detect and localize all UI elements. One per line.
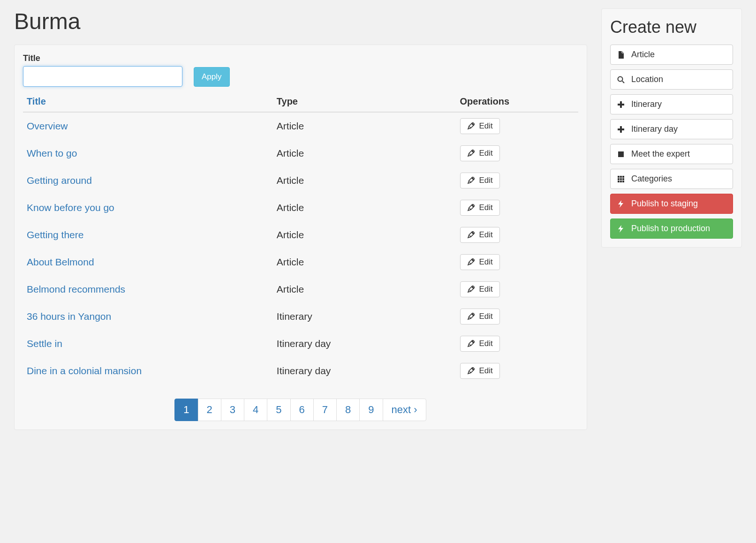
- create-item-label: Itinerary: [631, 99, 662, 109]
- row-type: Itinerary: [273, 303, 456, 330]
- content-panel: Title Apply Title Type Operations Overvi…: [14, 45, 587, 430]
- edit-label: Edit: [479, 257, 493, 267]
- file-icon: [617, 51, 625, 59]
- page-current: 1: [174, 399, 198, 421]
- table-row: Belmond recommendsArticleEdit: [23, 276, 578, 303]
- row-title-link[interactable]: 36 hours in Yangon: [27, 311, 111, 322]
- table-row: Dine in a colonial mansionItinerary dayE…: [23, 357, 578, 385]
- table-row: Know before you goArticleEdit: [23, 194, 578, 221]
- page-link[interactable]: 8: [336, 399, 360, 421]
- edit-button[interactable]: Edit: [460, 227, 500, 243]
- edit-button[interactable]: Edit: [460, 118, 500, 134]
- page-link[interactable]: 6: [290, 399, 314, 421]
- page-link[interactable]: 5: [267, 399, 290, 421]
- create-item-label: Article: [631, 50, 655, 60]
- content-table: Title Type Operations OverviewArticleEdi…: [23, 91, 578, 385]
- create-item-label: Categories: [631, 174, 672, 184]
- row-title-link[interactable]: Getting around: [27, 175, 92, 186]
- pencil-icon: [467, 231, 475, 239]
- col-operations: Operations: [456, 91, 578, 112]
- row-title-link[interactable]: About Belmond: [27, 256, 94, 267]
- page-link[interactable]: 4: [244, 399, 267, 421]
- row-type: Article: [273, 112, 456, 140]
- pencil-icon: [467, 367, 475, 375]
- row-title-link[interactable]: Overview: [27, 121, 68, 131]
- table-row: Getting thereArticleEdit: [23, 221, 578, 249]
- row-type: Itinerary day: [273, 330, 456, 357]
- create-categories-button[interactable]: Categories: [610, 169, 733, 189]
- create-article-button[interactable]: Article: [610, 45, 733, 65]
- row-title-link[interactable]: Settle in: [27, 338, 62, 349]
- pencil-icon: [467, 313, 475, 320]
- grid-icon: [617, 175, 625, 183]
- edit-label: Edit: [479, 312, 493, 321]
- create-meet-the-expert-button[interactable]: Meet the expert: [610, 144, 733, 164]
- create-new-title: Create new: [610, 17, 733, 37]
- row-type: Article: [273, 167, 456, 194]
- row-type: Article: [273, 140, 456, 167]
- plus-icon: [617, 101, 625, 108]
- page-next[interactable]: next ›: [383, 399, 426, 421]
- col-type: Type: [273, 91, 456, 112]
- edit-button[interactable]: Edit: [460, 254, 500, 270]
- edit-label: Edit: [479, 149, 493, 158]
- table-row: Settle inItinerary dayEdit: [23, 330, 578, 357]
- create-item-label: Location: [631, 75, 663, 84]
- pencil-icon: [467, 177, 475, 184]
- edit-label: Edit: [479, 176, 493, 185]
- book-icon: [617, 151, 625, 158]
- edit-label: Edit: [479, 339, 493, 348]
- edit-button[interactable]: Edit: [460, 309, 500, 324]
- edit-button[interactable]: Edit: [460, 173, 500, 189]
- row-type: Itinerary day: [273, 357, 456, 385]
- edit-button[interactable]: Edit: [460, 200, 500, 216]
- pencil-icon: [467, 122, 475, 130]
- row-title-link[interactable]: When to go: [27, 148, 77, 158]
- row-title-link[interactable]: Know before you go: [27, 202, 114, 213]
- pencil-icon: [467, 150, 475, 157]
- create-item-label: Meet the expert: [631, 149, 690, 159]
- publish-staging-button[interactable]: Publish to staging: [610, 194, 733, 214]
- bolt-icon: [617, 200, 625, 208]
- table-row: 36 hours in YangonItineraryEdit: [23, 303, 578, 330]
- pagination: 123456789next ›: [23, 399, 578, 421]
- edit-label: Edit: [479, 366, 493, 376]
- edit-button[interactable]: Edit: [460, 281, 500, 297]
- edit-label: Edit: [479, 230, 493, 240]
- search-icon: [617, 76, 625, 83]
- create-itinerary-day-button[interactable]: Itinerary day: [610, 119, 733, 139]
- table-row: When to goArticleEdit: [23, 140, 578, 167]
- create-itinerary-button[interactable]: Itinerary: [610, 94, 733, 114]
- row-type: Article: [273, 276, 456, 303]
- table-row: OverviewArticleEdit: [23, 112, 578, 140]
- col-title-sort[interactable]: Title: [27, 96, 46, 106]
- edit-label: Edit: [479, 121, 493, 131]
- pencil-icon: [467, 286, 475, 293]
- edit-label: Edit: [479, 203, 493, 212]
- plus-icon: [617, 126, 625, 133]
- row-type: Article: [273, 194, 456, 221]
- edit-button[interactable]: Edit: [460, 363, 500, 379]
- row-title-link[interactable]: Getting there: [27, 229, 83, 240]
- filter-title-input[interactable]: [23, 66, 182, 87]
- page-link[interactable]: 9: [359, 399, 383, 421]
- edit-button[interactable]: Edit: [460, 336, 500, 352]
- publish-production-button[interactable]: Publish to production: [610, 219, 733, 239]
- row-type: Article: [273, 249, 456, 276]
- edit-button[interactable]: Edit: [460, 145, 500, 161]
- apply-button[interactable]: Apply: [194, 67, 230, 87]
- page-link[interactable]: 7: [313, 399, 337, 421]
- create-new-panel: Create new ArticleLocationItineraryItine…: [601, 8, 742, 248]
- publish-production-label: Publish to production: [631, 224, 710, 234]
- table-row: Getting aroundArticleEdit: [23, 167, 578, 194]
- page-link[interactable]: 2: [198, 399, 221, 421]
- create-item-label: Itinerary day: [631, 124, 678, 134]
- page-link[interactable]: 3: [221, 399, 244, 421]
- row-title-link[interactable]: Dine in a colonial mansion: [27, 365, 142, 376]
- row-type: Article: [273, 221, 456, 249]
- edit-label: Edit: [479, 285, 493, 294]
- table-row: About BelmondArticleEdit: [23, 249, 578, 276]
- create-location-button[interactable]: Location: [610, 69, 733, 90]
- pencil-icon: [467, 204, 475, 211]
- row-title-link[interactable]: Belmond recommends: [27, 284, 125, 294]
